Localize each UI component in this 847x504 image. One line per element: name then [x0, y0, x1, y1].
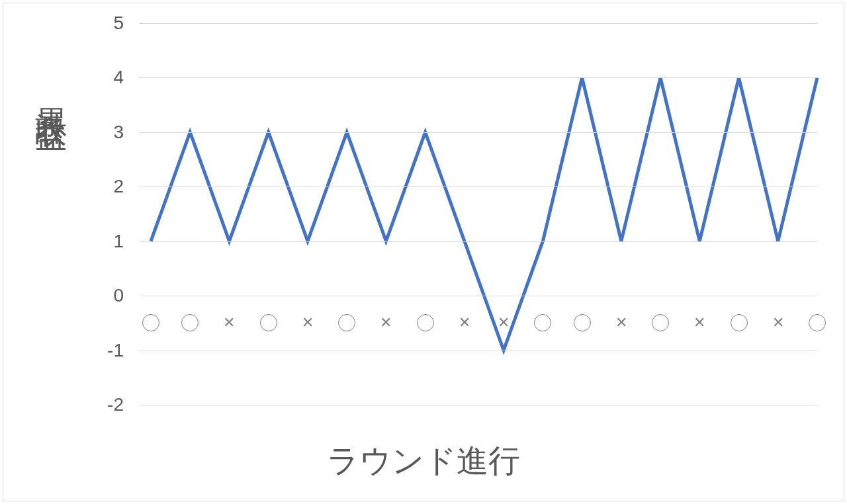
y-axis-title: 累計収益	[35, 83, 67, 99]
round-marker-win	[338, 314, 355, 331]
round-marker-win	[260, 314, 277, 331]
round-marker-loss: ✕	[615, 315, 627, 330]
round-marker-loss: ✕	[498, 315, 510, 330]
gridline	[139, 187, 817, 187]
gridline	[139, 405, 817, 405]
y-tick-label: -2	[77, 394, 124, 415]
round-marker-win	[574, 314, 591, 331]
y-tick-label: 2	[77, 176, 124, 197]
round-marker-win	[181, 314, 199, 331]
round-marker-win	[652, 314, 669, 331]
gridline	[139, 351, 817, 351]
line-series	[139, 23, 817, 405]
round-marker-loss: ✕	[459, 315, 470, 330]
gridline	[139, 132, 817, 133]
round-marker-loss: ✕	[223, 315, 235, 330]
round-marker-win	[809, 314, 826, 331]
round-marker-win	[417, 314, 434, 331]
y-tick-label: 4	[77, 67, 124, 88]
round-marker-loss: ✕	[380, 315, 392, 330]
gridline	[139, 23, 817, 24]
y-tick-label: 3	[77, 122, 124, 143]
round-marker-loss: ✕	[693, 315, 705, 330]
gridline	[139, 296, 817, 296]
round-marker-loss: ✕	[772, 315, 784, 330]
gridline	[139, 77, 817, 78]
round-marker-win	[731, 314, 748, 331]
y-tick-label: -1	[77, 340, 124, 361]
round-marker-win	[534, 314, 551, 331]
plot-area	[139, 23, 817, 405]
y-tick-label: 5	[77, 13, 124, 34]
round-marker-loss: ✕	[302, 315, 314, 330]
y-tick-label: 0	[77, 285, 124, 306]
x-axis-title: ラウンド進行	[3, 440, 844, 482]
gridline	[139, 241, 817, 242]
round-marker-win	[142, 314, 159, 331]
y-tick-label: 1	[77, 231, 124, 252]
chart-frame: 累計収益 ラウンド進行 -2-1012345 ✕✕✕✕✕✕✕✕	[3, 3, 844, 501]
